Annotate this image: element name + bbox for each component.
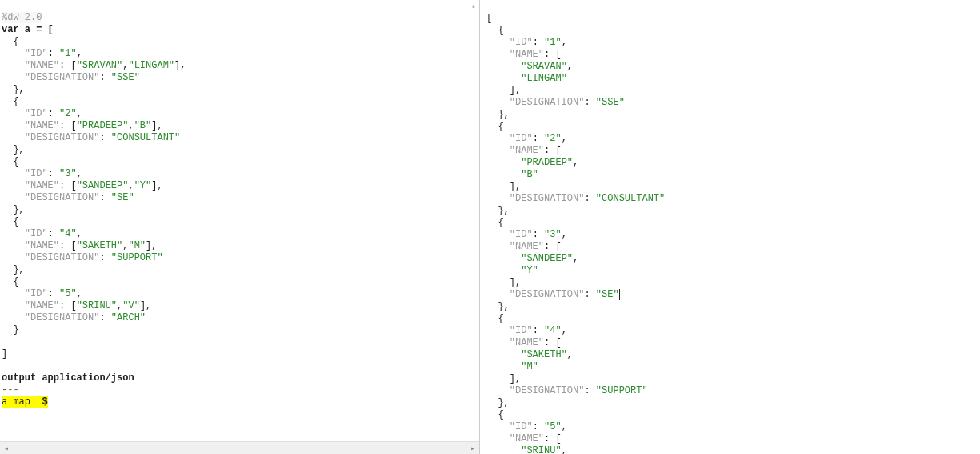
horizontal-scrollbar[interactable]: ◂ ▸ [0,441,479,454]
key-designation: "DESIGNATION" [510,193,585,204]
key-designation: "DESIGNATION" [510,385,585,396]
key-designation: "DESIGNATION" [25,72,100,83]
close-brace: }, [498,397,509,408]
output-directive: output application/json [2,372,134,384]
split-editor: ▴ %dw 2.0 var a = [ { "ID": "1", "NAME":… [0,0,980,454]
val-designation: "SUPPORT" [111,252,163,263]
val-name1: "SRAVAN" [521,61,567,72]
close-brace: } [13,324,18,335]
val-id: "5" [59,288,77,299]
val-designation: "SE" [596,289,619,300]
key-id: "ID" [510,133,533,144]
val-name2: "Y" [521,265,538,276]
close-brace: }, [13,204,24,215]
scroll-right-icon[interactable]: ▸ [468,444,478,453]
open-brace: { [13,156,18,167]
val-name2: "M" [128,240,146,251]
open-brace: { [498,217,503,228]
scroll-track[interactable] [11,445,468,452]
close-brace: }, [498,301,509,312]
scroll-up-icon[interactable]: ▴ [468,0,479,11]
key-id: "ID" [510,421,533,432]
val-id: "2" [59,108,77,119]
val-designation: "ARCH" [111,312,146,323]
val-id: "1" [59,48,77,59]
val-id: "5" [544,421,562,432]
val-id: "2" [544,133,562,144]
key-id: "ID" [510,325,533,336]
array-close: ] [2,348,7,360]
val-name1: "SRAVAN" [77,60,123,71]
key-name: "NAME" [510,433,544,444]
key-name: "NAME" [510,241,544,252]
name-close: ], [510,277,521,288]
array-open: [ [486,13,492,24]
open-brace: { [498,121,503,132]
close-brace: }, [498,109,509,120]
open-brace: { [13,276,18,287]
val-id: "4" [59,228,77,239]
key-designation: "DESIGNATION" [510,97,585,108]
open-brace: { [498,25,503,36]
var-declaration: var a = [ [2,24,54,35]
open-brace: { [13,36,18,47]
open-brace: { [13,96,18,107]
key-id: "ID" [510,229,533,240]
val-id: "1" [544,37,562,48]
val-name2: "M" [521,361,538,372]
output-code[interactable]: [ { "ID": "1", "NAME": [ "SRAVAN", "LING… [486,1,980,454]
open-brace: { [498,409,503,420]
val-designation: "SSE" [596,97,625,108]
open-brace: { [13,216,18,227]
map-expression: a map $ [2,396,48,408]
output-pane: [ { "ID": "1", "NAME": [ "SRAVAN", "LING… [480,0,980,454]
close-brace: }, [498,205,509,216]
close-brace: }, [13,144,24,155]
val-name1: "SANDEEP" [77,180,129,191]
key-id: "ID" [25,108,48,119]
key-name: "NAME" [25,300,59,311]
val-name1: "PRADEEP" [77,120,129,131]
key-name: "NAME" [510,337,544,348]
scroll-left-icon[interactable]: ◂ [2,444,11,453]
val-name1: "SANDEEP" [521,253,573,264]
text-cursor [619,289,620,300]
separator: --- [2,384,19,396]
val-name1: "SAKETH" [521,349,567,360]
key-name: "NAME" [510,145,544,156]
val-designation: "SE" [111,192,134,203]
key-designation: "DESIGNATION" [25,252,100,263]
dw-version-header: %dw 2.0 [2,12,42,23]
name-close: ], [510,181,521,192]
val-name2: "V" [122,300,140,311]
key-name: "NAME" [25,180,59,191]
close-brace: }, [13,264,24,275]
val-name1: "PRADEEP" [521,157,573,168]
val-name2: "Y" [134,180,152,191]
key-id: "ID" [25,168,48,179]
val-designation: "SUPPORT" [596,385,648,396]
val-name1: "SRINU" [77,300,117,311]
key-id: "ID" [25,228,48,239]
val-name2: "LINGAM" [521,73,567,84]
val-designation: "CONSULTANT" [596,193,665,204]
val-name2: "B" [521,169,538,180]
key-name: "NAME" [25,240,59,251]
name-close: ], [510,85,521,96]
key-name: "NAME" [25,60,59,71]
key-name: "NAME" [510,49,544,60]
val-name1: "SAKETH" [77,240,123,251]
val-id: "4" [544,325,562,336]
val-name1: "SRINU" [521,445,561,454]
val-id: "3" [59,168,77,179]
key-designation: "DESIGNATION" [25,192,100,203]
val-designation: "CONSULTANT" [111,132,180,143]
key-designation: "DESIGNATION" [510,289,585,300]
val-designation: "SSE" [111,72,140,83]
open-brace: { [498,313,503,324]
key-id: "ID" [25,48,48,59]
val-id: "3" [544,229,562,240]
input-code[interactable]: %dw 2.0 var a = [ { "ID": "1", "NAME": [… [0,0,479,408]
input-pane: ▴ %dw 2.0 var a = [ { "ID": "1", "NAME":… [0,0,480,454]
key-name: "NAME" [25,120,59,131]
